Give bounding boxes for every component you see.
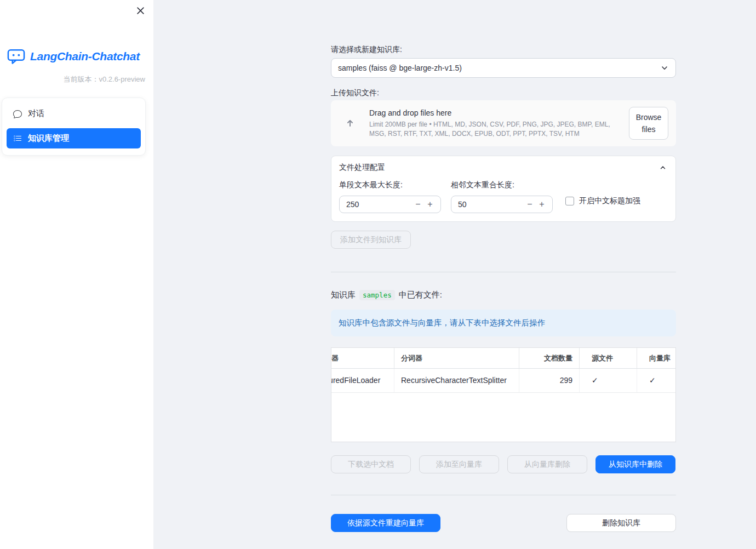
- close-icon: [136, 7, 145, 15]
- cloud-upload-icon: [340, 115, 360, 132]
- max-length-input-wrap: − +: [339, 196, 441, 213]
- logo-text: LangChain-Chatchat: [30, 50, 140, 63]
- overlap-length-input-wrap: − +: [451, 196, 553, 213]
- kb-select[interactable]: samples (faiss @ bge-large-zh-v1.5): [331, 58, 676, 78]
- main-area: 请选择或新建知识库: samples (faiss @ bge-large-zh…: [153, 0, 756, 549]
- file-actions-row: 下载选中文档 添加至向量库 从向量库删除 从知识库中删除: [331, 455, 676, 473]
- chat-icon: [13, 110, 22, 118]
- file-uploader-dropzone[interactable]: Drag and drop files here Limit 200MB per…: [331, 100, 676, 146]
- sidebar: LangChain-Chatchat 当前版本：v0.2.6-preview 对…: [0, 0, 153, 549]
- cell-vector-check: ✓: [637, 369, 675, 392]
- kb-select-label: 请选择或新建知识库:: [331, 45, 676, 54]
- cell-loader: UnstructuredFileLoader: [331, 369, 394, 392]
- col-header-doc-count[interactable]: 文档数量: [519, 348, 580, 368]
- existing-prefix: 知识库: [331, 290, 356, 300]
- nav-menu: 对话 知识库管理: [2, 98, 146, 156]
- increment-icon[interactable]: +: [536, 200, 548, 209]
- info-banner: 知识库中包含源文件与向量库，请从下表中选择文件后操作: [331, 310, 676, 336]
- zh-title-enhance-label: 开启中文标题加强: [579, 196, 640, 206]
- col-header-loader[interactable]: 文档加载器: [331, 348, 394, 368]
- overlap-length-input[interactable]: [458, 200, 524, 209]
- nav-item-chat[interactable]: 对话: [7, 104, 141, 124]
- kb-name-code: samples: [359, 290, 395, 300]
- table-row[interactable]: UnstructuredFileLoader RecursiveCharacte…: [331, 369, 675, 393]
- download-selected-button[interactable]: 下载选中文档: [331, 455, 411, 473]
- max-length-group: 单段文本最大长度: − +: [339, 180, 441, 213]
- add-to-vector-store-button[interactable]: 添加至向量库: [419, 455, 499, 473]
- browse-files-button[interactable]: Browse files: [629, 107, 668, 140]
- decrement-icon[interactable]: −: [412, 200, 424, 209]
- overlap-length-label: 相邻文本重合长度:: [451, 180, 553, 190]
- logo-icon: [7, 48, 25, 65]
- upload-limit-text: Limit 200MB per file • HTML, MD, JSON, C…: [369, 120, 620, 138]
- sidebar-close-button[interactable]: [134, 4, 147, 17]
- cell-source-check: ✓: [580, 369, 637, 392]
- max-length-input[interactable]: [346, 200, 412, 209]
- nav-item-kb-management[interactable]: 知识库管理: [7, 128, 141, 148]
- file-config-body: 单段文本最大长度: − + 相邻文本重合长度: − +: [331, 178, 675, 221]
- divider: [331, 495, 676, 495]
- divider: [331, 272, 676, 272]
- rebuild-vector-store-button[interactable]: 依据源文件重建向量库: [331, 514, 440, 532]
- delete-kb-button[interactable]: 删除知识库: [566, 514, 676, 532]
- app-logo: LangChain-Chatchat: [0, 0, 153, 65]
- nav-item-kb-label: 知识库管理: [28, 133, 69, 144]
- existing-files-heading: 知识库 samples 中已有文件:: [331, 290, 676, 300]
- existing-suffix: 中已有文件:: [399, 290, 442, 300]
- file-config-expander: 文件处理配置 单段文本最大长度: − + 相邻文本重合: [331, 156, 676, 222]
- chevron-down-icon: [660, 64, 669, 72]
- col-header-source[interactable]: 源文件: [580, 348, 637, 368]
- upload-label: 上传知识文件:: [331, 88, 676, 97]
- version-text: 当前版本：v0.2.6-preview: [0, 75, 153, 84]
- kb-actions-row: 依据源文件重建向量库 删除知识库: [331, 514, 676, 532]
- content-column: 请选择或新建知识库: samples (faiss @ bge-large-zh…: [331, 0, 676, 532]
- drag-drop-text: Drag and drop files here: [369, 108, 620, 117]
- cell-doc-count: 299: [519, 369, 580, 392]
- chevron-up-icon: [659, 164, 667, 171]
- nav-item-chat-label: 对话: [28, 108, 44, 119]
- add-files-to-kb-button[interactable]: 添加文件到知识库: [331, 231, 411, 249]
- zh-title-enhance-checkbox[interactable]: [565, 197, 574, 205]
- cell-splitter: RecursiveCharacterTextSplitter: [394, 369, 519, 392]
- delete-from-vector-store-button[interactable]: 从向量库删除: [507, 455, 587, 473]
- decrement-icon[interactable]: −: [524, 200, 536, 209]
- uploader-text: Drag and drop files here Limit 200MB per…: [369, 108, 620, 138]
- delete-from-kb-button[interactable]: 从知识库中删除: [595, 455, 675, 473]
- kb-select-value: samples (faiss @ bge-large-zh-v1.5): [338, 64, 660, 72]
- file-config-title: 文件处理配置: [339, 163, 385, 173]
- overlap-length-group: 相邻文本重合长度: − +: [451, 180, 553, 213]
- increment-icon[interactable]: +: [424, 200, 436, 209]
- zh-title-enhance-group: 开启中文标题加强: [565, 196, 640, 206]
- table-header-row: 文档加载器 分词器 文档数量 源文件 向量库: [331, 348, 675, 369]
- col-header-splitter[interactable]: 分词器: [394, 348, 519, 368]
- kb-files-table[interactable]: 文档加载器 分词器 文档数量 源文件 向量库 UnstructuredFileL…: [331, 347, 676, 442]
- col-header-vector[interactable]: 向量库: [637, 348, 675, 368]
- list-icon: [13, 134, 22, 143]
- max-length-label: 单段文本最大长度:: [339, 180, 441, 190]
- file-config-expander-header[interactable]: 文件处理配置: [331, 156, 675, 178]
